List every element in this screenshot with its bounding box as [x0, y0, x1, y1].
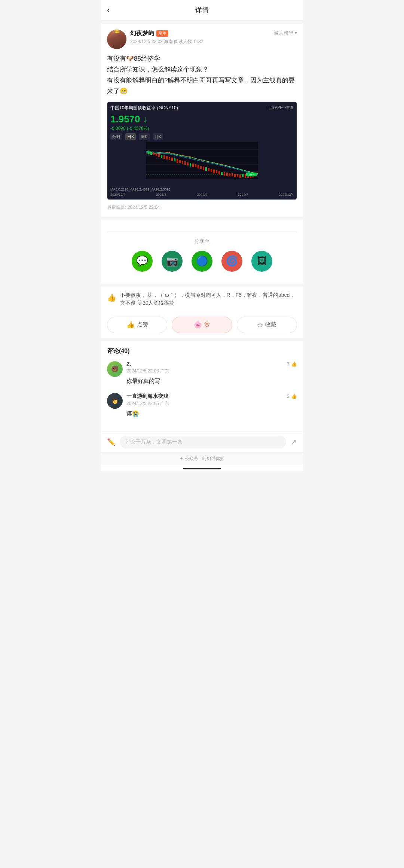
- weibo-icon: 🌀: [226, 255, 238, 267]
- like-strip: 👍 不要熬夜，🐰，（´ω｀），横眉冷对周可人，R，F5，雏夜，普通的abcd，文…: [101, 287, 303, 311]
- comment-like-button-1[interactable]: 7 👍: [287, 361, 297, 367]
- svg-rect-35: [224, 172, 225, 176]
- svg-rect-16: [174, 158, 175, 161]
- post-line-1: 有没有🐶85经济学: [107, 54, 297, 64]
- author-meta: 2024/12/5 22:03 海南 阅读人数 1132: [130, 39, 274, 45]
- comment-item-2: 🧑 一直游到海水变浅 2 👍 2024/12/5 22:05 广东 蹲😭: [107, 393, 297, 418]
- wechat-icon: 💬: [136, 255, 148, 267]
- comments-title: 评论(40): [107, 347, 297, 355]
- collect-button[interactable]: ☆ 收藏: [237, 317, 297, 333]
- like-count-icon-1: 👍: [291, 361, 297, 367]
- edit-time: 最后编辑: 2024/12/5 22:04: [107, 204, 297, 211]
- svg-rect-24: [195, 164, 196, 167]
- share-wechat-button[interactable]: 💬: [132, 251, 153, 272]
- action-bar: 👍 点赞 🌸 赏 ☆ 收藏: [101, 311, 303, 338]
- comment-name-row-2: 一直游到海水变浅 2 👍: [126, 393, 297, 400]
- moments-icon: 🖼: [257, 255, 267, 267]
- chart-canvas: 19540: [110, 142, 294, 187]
- chart-app-link[interactable]: □在APP中查看: [269, 105, 294, 110]
- author-name: 幻夜梦屿: [130, 30, 154, 37]
- price-value: 1.9570: [110, 113, 140, 125]
- avatar-initial-z: 🐻: [107, 361, 123, 377]
- svg-rect-23: [192, 164, 194, 167]
- x-label-5: 2024/12/4: [279, 193, 294, 197]
- post-line-3: 有没有能解释明白的?解释不明白哥哥再写写文章，因为主线真的要来了😁: [107, 75, 297, 97]
- share-title: 分享至: [107, 238, 297, 245]
- comment-item: 🐻 Z. 7 👍 2024/12/5 22:03 广东 你最好真的写: [107, 361, 297, 386]
- crown-icon: 👑: [114, 30, 120, 33]
- x-label-3: 2022/4: [197, 193, 207, 197]
- comment-name-row-1: Z. 7 👍: [126, 361, 297, 367]
- edit-icon: ✏️: [107, 438, 115, 446]
- svg-rect-18: [179, 160, 181, 163]
- comment-text-1: 你最好真的写: [126, 377, 297, 386]
- svg-rect-38: [232, 173, 233, 176]
- comment-body-1: Z. 7 👍 2024/12/5 22:03 广东 你最好真的写: [126, 361, 297, 386]
- x-label-1: 2020/12/4: [110, 193, 125, 197]
- svg-rect-12: [163, 155, 165, 159]
- share-button[interactable]: ↗: [291, 438, 297, 447]
- home-indicator: [101, 465, 303, 471]
- comment-meta-2: 2024/12/5 22:05 广东: [126, 401, 297, 407]
- chart-container[interactable]: 中国10年期国债收益率 (GCNY10) □在APP中查看 1.9570 ↓ -…: [107, 101, 297, 200]
- share-moments-button[interactable]: 🖼: [251, 251, 272, 272]
- svg-rect-11: [161, 155, 162, 158]
- share-mini-button[interactable]: 🔵: [192, 251, 212, 272]
- x-label-4: 2024/7: [238, 193, 248, 197]
- svg-rect-22: [190, 163, 191, 167]
- svg-rect-15: [171, 158, 173, 161]
- chart-x-axis: 2020/12/4 2021/8 2022/4 2024/7 2024/12/4: [110, 193, 294, 197]
- reward-icon: 🌸: [194, 321, 202, 329]
- post-line-2: 结合所学知识，怎么解读这个现象？: [107, 64, 297, 75]
- set-featured-button[interactable]: 设为精华 ▾: [274, 30, 297, 36]
- chart-tab-rik[interactable]: 日K: [125, 133, 136, 140]
- comment-like-button-2[interactable]: 2 👍: [287, 393, 297, 399]
- price-arrow: ↓: [143, 113, 148, 125]
- comments-section: 评论(40) 🐻 Z. 7 👍 2024/12/5 22:03 广东 你最好真的…: [101, 341, 303, 432]
- comment-avatar-z: 🐻: [107, 361, 123, 377]
- author-name-row: 幻夜梦屿 星主: [130, 30, 274, 37]
- chevron-down-icon: ▾: [295, 30, 297, 36]
- comment-input[interactable]: 评论千万条，文明第一条: [120, 436, 286, 448]
- commenter-name-2: 一直游到海水变浅: [126, 393, 168, 400]
- svg-rect-27: [203, 167, 204, 170]
- like-count-icon-2: 👍: [291, 393, 297, 399]
- svg-rect-33: [218, 171, 220, 174]
- comment-text-2: 蹲😭: [126, 409, 297, 418]
- chart-tab-zhou[interactable]: 周K: [139, 133, 149, 140]
- svg-rect-41: [239, 174, 241, 178]
- back-button[interactable]: ‹: [107, 5, 118, 15]
- chart-tab-fen[interactable]: 分时: [110, 133, 122, 140]
- svg-text:19540: 19540: [248, 174, 255, 176]
- post-card: 👑 幻夜梦屿 星主 2024/12/5 22:03 海南 阅读人数 1132 设…: [101, 24, 303, 217]
- post-body: 有没有🐶85经济学 结合所学知识，怎么解读这个现象？ 有没有能解释明白的?解释不…: [107, 54, 297, 97]
- share-weibo-button[interactable]: 🌀: [221, 251, 242, 272]
- miniprogram-icon: 🔵: [196, 255, 208, 267]
- svg-rect-9: [156, 153, 157, 156]
- comment-input-bar: ✏️ 评论千万条，文明第一条 ↗: [101, 432, 303, 452]
- divider-top: [107, 232, 297, 232]
- comment-meta-1: 2024/12/5 22:03 广东: [126, 368, 297, 374]
- reward-button[interactable]: 🌸 赏: [172, 317, 232, 333]
- svg-rect-31: [213, 170, 215, 173]
- svg-rect-21: [187, 162, 189, 165]
- share-camera-button[interactable]: 📷: [162, 251, 183, 272]
- svg-rect-37: [229, 173, 230, 176]
- author-badge: 星主: [156, 30, 168, 37]
- footer-text: ✦ 公众号 · 幻幻话你知: [180, 456, 224, 461]
- like-button[interactable]: 👍 点赞: [107, 317, 167, 333]
- svg-rect-26: [200, 166, 202, 169]
- x-label-2: 2021/8: [156, 193, 166, 197]
- svg-rect-43: [245, 174, 246, 178]
- author-info: 幻夜梦屿 星主 2024/12/5 22:03 海南 阅读人数 1132: [130, 30, 274, 45]
- svg-rect-17: [177, 159, 178, 163]
- star-icon: ☆: [257, 321, 263, 329]
- reward-label: 赏: [204, 321, 210, 328]
- like-label: 点赞: [137, 321, 148, 328]
- chart-title: 中国10年期国债收益率 (GCNY10): [110, 105, 178, 111]
- page-title: 详情: [118, 6, 286, 15]
- chart-header: 中国10年期国债收益率 (GCNY10) □在APP中查看: [110, 105, 294, 111]
- share-icons: 💬 📷 🔵 🌀 🖼: [107, 251, 297, 272]
- chart-tab-yue[interactable]: 月K: [153, 133, 163, 140]
- commenter-name-1: Z.: [126, 361, 131, 367]
